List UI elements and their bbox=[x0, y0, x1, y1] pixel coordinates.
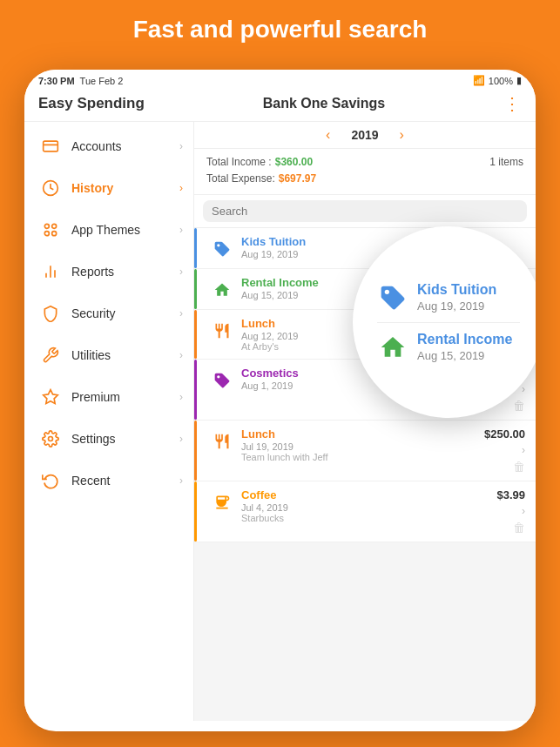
svg-rect-0 bbox=[44, 141, 58, 151]
transaction-item-coffee[interactable]: Coffee Jul 4, 2019 Starbucks $3.99 › 🗑 bbox=[194, 481, 536, 542]
items-count: 1 items bbox=[489, 154, 523, 171]
expense-label: Total Expense: bbox=[206, 171, 275, 187]
settings-icon bbox=[38, 427, 63, 451]
mag-item-kids-tuition: Kids Tuition Aug 19, 2019 bbox=[377, 273, 520, 322]
year-prev-button[interactable]: ‹ bbox=[326, 127, 330, 143]
svg-marker-10 bbox=[44, 390, 58, 404]
lunch-arbys-icon bbox=[210, 319, 234, 343]
mag-item-rental-income: Rental Income Aug 15, 2019 bbox=[377, 322, 520, 372]
search-input[interactable] bbox=[203, 200, 527, 222]
transaction-item-lunch-jeff[interactable]: Lunch Jul 19, 2019 Team lunch with Jeff … bbox=[194, 421, 536, 481]
lunch-jeff-date: Jul 19, 2019 bbox=[241, 441, 484, 452]
magnify-overlay: Kids Tuition Aug 19, 2019 Rental Income … bbox=[353, 226, 536, 418]
coffee-delete[interactable]: 🗑 bbox=[513, 521, 525, 535]
sidebar-item-recent[interactable]: Recent › bbox=[24, 460, 193, 501]
sidebar-premium-label: Premium bbox=[71, 390, 179, 404]
content-area: Accounts › History › bbox=[24, 122, 536, 721]
sidebar-reports-label: Reports bbox=[71, 265, 179, 279]
sidebar-item-accounts[interactable]: Accounts › bbox=[24, 125, 193, 167]
cosmetics-icon bbox=[210, 368, 234, 393]
year-nav: ‹ 2019 › bbox=[194, 122, 536, 149]
search-bar bbox=[194, 195, 536, 228]
mag-kids-tuition-details: Kids Tuition Aug 19, 2019 bbox=[417, 282, 496, 313]
lunch-jeff-delete[interactable]: 🗑 bbox=[513, 460, 525, 474]
history-chevron: › bbox=[179, 182, 183, 194]
rental-income-icon bbox=[210, 278, 234, 302]
reports-chevron: › bbox=[179, 266, 183, 278]
sidebar-item-settings[interactable]: Settings › bbox=[24, 418, 193, 460]
themes-chevron: › bbox=[179, 224, 183, 236]
sidebar-utilities-label: Utilities bbox=[71, 348, 179, 362]
mag-kids-tuition-name: Kids Tuition bbox=[417, 282, 496, 298]
svg-point-6 bbox=[52, 232, 57, 236]
mag-kids-tuition-icon bbox=[377, 282, 408, 313]
lunch-jeff-name: Lunch bbox=[241, 427, 484, 441]
coffee-right: $3.99 › 🗑 bbox=[496, 488, 525, 535]
app-title: Easy Spending bbox=[38, 95, 145, 112]
sidebar-item-reports[interactable]: Reports › bbox=[24, 251, 193, 293]
page-title: Fast and powerful search bbox=[17, 16, 543, 44]
lunch-jeff-note: Team lunch with Jeff bbox=[241, 452, 484, 462]
lunch-jeff-icon bbox=[210, 429, 234, 454]
battery-status: 100% bbox=[489, 76, 513, 86]
status-bar: 7:30 PM Tue Feb 2 📶 100% ▮ bbox=[24, 70, 536, 90]
more-button[interactable]: ⋮ bbox=[503, 93, 522, 114]
sidebar-item-security[interactable]: Security › bbox=[24, 293, 193, 334]
account-title: Bank One Savings bbox=[263, 96, 386, 111]
expense-value: $697.97 bbox=[279, 171, 316, 187]
device-frame: 7:30 PM Tue Feb 2 📶 100% ▮ Easy Spending… bbox=[24, 70, 536, 731]
wifi-icon: 📶 bbox=[473, 75, 485, 86]
lunch-jeff-chevron: › bbox=[522, 444, 525, 456]
sidebar: Accounts › History › bbox=[24, 122, 194, 721]
sidebar-recent-label: Recent bbox=[71, 474, 179, 488]
cosmetics-delete[interactable]: 🗑 bbox=[513, 399, 525, 413]
sidebar-item-premium[interactable]: Premium › bbox=[24, 376, 193, 418]
sidebar-accounts-label: Accounts bbox=[71, 139, 179, 153]
page-header: Fast and powerful search bbox=[0, 0, 560, 56]
lunch-jeff-details: Lunch Jul 19, 2019 Team lunch with Jeff bbox=[241, 427, 484, 462]
reports-icon bbox=[38, 259, 63, 284]
settings-chevron: › bbox=[179, 433, 183, 445]
accounts-icon bbox=[38, 134, 63, 158]
coffee-chevron: › bbox=[522, 505, 525, 517]
sidebar-item-utilities[interactable]: Utilities › bbox=[24, 334, 193, 376]
mag-rental-income-name: Rental Income bbox=[417, 332, 512, 347]
sidebar-item-history[interactable]: History › bbox=[24, 167, 193, 209]
battery-icon: ▮ bbox=[516, 75, 522, 86]
summary-row: Total Income : $360.00 1 items Total Exp… bbox=[194, 149, 536, 195]
recent-icon bbox=[38, 468, 63, 493]
income-label: Total Income : bbox=[206, 154, 272, 171]
income-value: $360.00 bbox=[275, 154, 313, 171]
year-label: 2019 bbox=[351, 128, 378, 142]
app-header: Easy Spending Bank One Savings ⋮ bbox=[24, 90, 536, 122]
mag-rental-income-details: Rental Income Aug 15, 2019 bbox=[417, 332, 512, 362]
accounts-chevron: › bbox=[179, 140, 183, 152]
status-date: Tue Feb 2 bbox=[80, 76, 124, 86]
svg-point-5 bbox=[44, 232, 49, 236]
mag-kids-tuition-date: Aug 19, 2019 bbox=[417, 299, 496, 313]
year-next-button[interactable]: › bbox=[400, 127, 404, 143]
premium-icon bbox=[38, 385, 63, 409]
coffee-icon bbox=[210, 490, 234, 515]
recent-chevron: › bbox=[179, 474, 183, 487]
sidebar-themes-label: App Themes bbox=[71, 223, 179, 237]
mag-rental-income-icon bbox=[377, 332, 408, 363]
lunch-jeff-amount: $250.00 bbox=[484, 427, 525, 441]
coffee-details: Coffee Jul 4, 2019 Starbucks bbox=[241, 488, 496, 523]
svg-point-4 bbox=[52, 224, 57, 228]
mag-rental-income-date: Aug 15, 2019 bbox=[417, 349, 512, 362]
kids-tuition-icon bbox=[210, 237, 234, 261]
utilities-chevron: › bbox=[179, 349, 183, 361]
themes-icon bbox=[38, 218, 63, 242]
cosmetics-chevron: › bbox=[522, 383, 525, 395]
utilities-icon bbox=[38, 343, 63, 367]
sidebar-item-app-themes[interactable]: App Themes › bbox=[24, 209, 193, 251]
svg-point-3 bbox=[44, 224, 49, 228]
coffee-amount: $3.99 bbox=[496, 488, 525, 501]
sidebar-history-label: History bbox=[71, 181, 179, 195]
status-time: 7:30 PM bbox=[38, 76, 75, 86]
status-icons: 📶 100% ▮ bbox=[473, 75, 522, 86]
security-chevron: › bbox=[179, 307, 183, 320]
coffee-name: Coffee bbox=[241, 488, 496, 501]
premium-chevron: › bbox=[179, 391, 183, 403]
